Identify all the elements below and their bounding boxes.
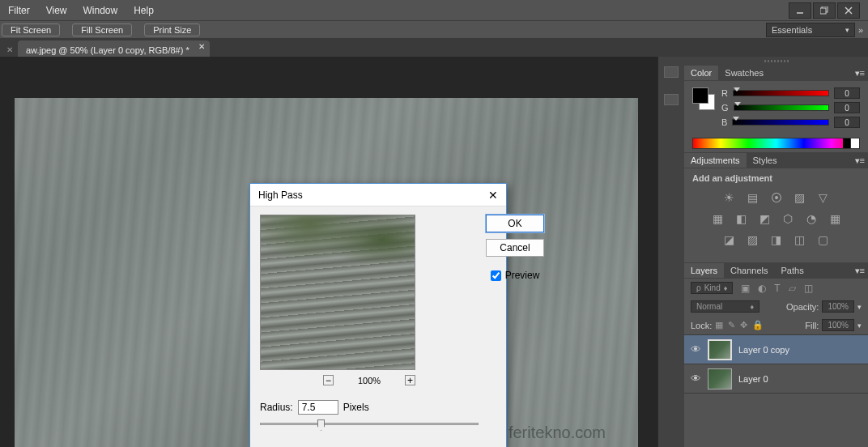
layer-name[interactable]: Layer 0 copy: [738, 345, 789, 355]
layers-panel-header: Layers Channels Paths ▾≡: [684, 262, 868, 279]
exposure-icon[interactable]: ▨: [794, 191, 806, 204]
close-icon[interactable]: ✕: [6, 45, 13, 54]
fill-input[interactable]: 100%: [822, 319, 854, 331]
brightness-icon[interactable]: ☀: [723, 191, 736, 204]
panel-menu-icon[interactable]: ▾≡: [855, 68, 865, 79]
invert-icon[interactable]: ◪: [723, 233, 736, 246]
print-size-button[interactable]: Print Size: [144, 23, 200, 36]
g-slider[interactable]: [734, 104, 829, 111]
lock-all-icon[interactable]: 🔒: [752, 320, 764, 330]
slider-thumb[interactable]: [317, 419, 325, 431]
g-label: G: [721, 103, 729, 113]
hue-icon[interactable]: ▦: [711, 212, 724, 225]
tab-styles[interactable]: Styles: [747, 153, 784, 168]
r-label: R: [721, 88, 728, 98]
visibility-icon[interactable]: 👁: [691, 343, 701, 355]
tab-layers[interactable]: Layers: [684, 263, 724, 278]
zoom-in-button[interactable]: +: [405, 375, 415, 385]
lock-move-icon[interactable]: ✥: [740, 320, 747, 330]
dock-icon[interactable]: [664, 94, 679, 105]
chevron-down-icon[interactable]: ▾: [857, 321, 862, 330]
filter-smart-icon[interactable]: ◫: [804, 283, 813, 294]
adjustments-panel-header: Adjustments Styles ▾≡: [684, 152, 868, 168]
menu-filter[interactable]: Filter: [8, 5, 30, 16]
document-tab[interactable]: aw.jpeg @ 50% (Layer 0 copy, RGB/8#) * ✕: [18, 40, 210, 57]
fill-screen-button[interactable]: Fill Screen: [72, 23, 132, 36]
pixels-label: Pixels: [343, 402, 369, 413]
photo-filter-icon[interactable]: ◩: [758, 212, 771, 225]
layer-item[interactable]: 👁 Layer 0: [684, 364, 868, 394]
opacity-input[interactable]: 100%: [822, 300, 854, 313]
filter-type-icon[interactable]: T: [774, 283, 780, 294]
vibrance-icon[interactable]: ▽: [817, 191, 830, 204]
layer-item[interactable]: 👁 Layer 0 copy: [684, 335, 868, 364]
menu-window[interactable]: Window: [83, 5, 117, 16]
b-value[interactable]: 0: [834, 117, 860, 128]
layer-name[interactable]: Layer 0: [738, 374, 768, 384]
preview-checkbox[interactable]: Preview: [491, 270, 540, 281]
menu-view[interactable]: View: [46, 5, 67, 16]
tab-adjustments[interactable]: Adjustments: [684, 153, 747, 168]
selective-icon[interactable]: ▢: [817, 233, 830, 246]
filter-adjust-icon[interactable]: ◐: [758, 283, 766, 294]
layer-thumbnail[interactable]: [708, 339, 732, 360]
filter-preview[interactable]: [260, 215, 415, 370]
chevron-down-icon[interactable]: ▾: [857, 303, 862, 311]
panel-handle[interactable]: [684, 57, 868, 65]
b-slider[interactable]: [732, 119, 829, 126]
layer-filter-kind[interactable]: ρ Kind ♦: [691, 282, 733, 294]
panel-menu-icon[interactable]: ▾≡: [855, 266, 865, 276]
fg-color[interactable]: [692, 87, 708, 104]
cancel-button[interactable]: Cancel: [486, 239, 544, 257]
close-button[interactable]: [837, 2, 860, 19]
posterize-icon[interactable]: ▨: [747, 233, 760, 246]
filter-image-icon[interactable]: ▣: [741, 283, 750, 294]
svg-rect-2: [820, 8, 826, 14]
radius-slider[interactable]: [260, 423, 479, 425]
r-slider[interactable]: [733, 90, 829, 96]
tab-paths[interactable]: Paths: [775, 263, 811, 278]
preview-checkbox-input[interactable]: [491, 270, 501, 281]
dock-strip: [657, 57, 684, 447]
curves-icon[interactable]: ⦿: [770, 191, 783, 204]
fit-screen-button[interactable]: Fit Screen: [2, 23, 60, 36]
color-spectrum[interactable]: [692, 138, 860, 149]
document-tabs: ✕ aw.jpeg @ 50% (Layer 0 copy, RGB/8#) *…: [0, 39, 868, 57]
zoom-level: 100%: [358, 376, 381, 385]
close-tab-icon[interactable]: ✕: [198, 42, 205, 51]
visibility-icon[interactable]: 👁: [691, 372, 701, 385]
layer-thumbnail[interactable]: [708, 368, 732, 390]
expand-icon[interactable]: »: [855, 25, 866, 35]
threshold-icon[interactable]: ◨: [770, 233, 783, 246]
tab-color[interactable]: Color: [684, 66, 718, 80]
minimize-button[interactable]: [789, 2, 811, 19]
tab-channels[interactable]: Channels: [724, 263, 774, 278]
gradient-icon[interactable]: ◫: [794, 233, 806, 246]
grid-icon[interactable]: ▦: [828, 212, 841, 225]
levels-icon[interactable]: ▤: [747, 191, 760, 204]
mixer-icon[interactable]: ⬡: [781, 212, 794, 225]
lookup-icon[interactable]: ◔: [805, 212, 818, 225]
dock-icon[interactable]: [664, 66, 679, 78]
panel-menu-icon[interactable]: ▾≡: [855, 155, 865, 166]
high-pass-dialog: High Pass ✕ − 100% + Radius: Pixels: [249, 183, 507, 447]
canvas-area[interactable]: F feritekno.com High Pass ✕ − 100% +: [0, 57, 657, 447]
fill-label: Fill:: [805, 321, 819, 330]
restore-button[interactable]: [813, 2, 836, 19]
color-swatch[interactable]: [692, 87, 715, 110]
dialog-close-icon[interactable]: ✕: [488, 189, 498, 202]
filter-shape-icon[interactable]: ▱: [789, 283, 796, 294]
radius-input[interactable]: [298, 400, 338, 415]
zoom-out-button[interactable]: −: [323, 375, 334, 385]
blend-mode-select[interactable]: Normal♦: [691, 300, 760, 313]
workspace-select[interactable]: Essentials▾: [766, 23, 855, 37]
ok-button[interactable]: OK: [486, 215, 544, 232]
lock-paint-icon[interactable]: ✎: [728, 320, 735, 330]
r-value[interactable]: 0: [834, 87, 860, 99]
lock-trans-icon[interactable]: ▦: [715, 320, 723, 330]
menu-help[interactable]: Help: [134, 5, 154, 16]
bw-icon[interactable]: ◧: [734, 212, 747, 225]
dialog-title: High Pass: [258, 189, 303, 201]
g-value[interactable]: 0: [834, 102, 860, 113]
tab-swatches[interactable]: Swatches: [718, 66, 770, 80]
